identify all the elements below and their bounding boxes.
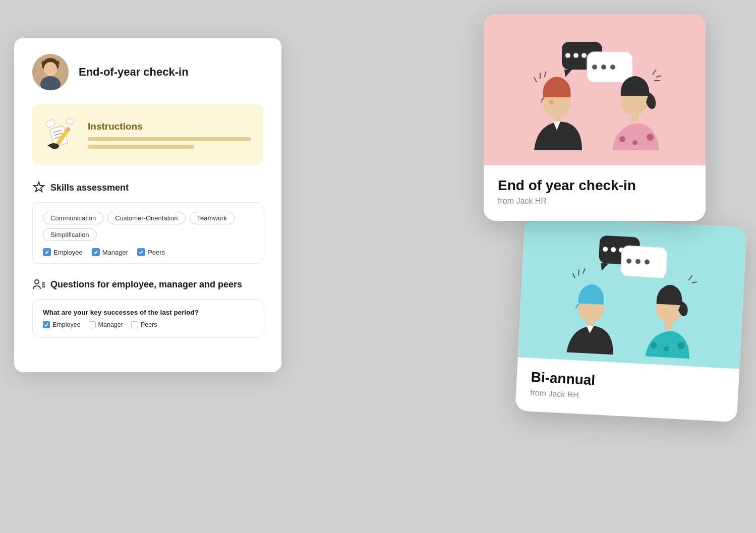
svg-point-23	[581, 53, 587, 58]
skills-box: Communication Customer-Orientation Teamw…	[32, 202, 263, 264]
questions-icon	[32, 278, 45, 291]
checkbox-employee-icon	[43, 248, 51, 256]
checkbox-manager-icon	[92, 248, 100, 256]
svg-point-27	[601, 65, 606, 70]
skills-header: Skills assessment	[32, 181, 263, 194]
left-panel: End-of-year check-in	[14, 38, 281, 372]
skill-tag-simplification: Simplification	[43, 228, 97, 241]
checkbox-employee[interactable]: Employee	[43, 248, 83, 256]
avatar	[32, 54, 69, 90]
q-checkbox-peers-icon	[131, 321, 138, 328]
q-checkbox-manager[interactable]: Manager	[89, 321, 123, 328]
instructions-line-2	[88, 145, 194, 149]
panel-header: End-of-year check-in	[32, 54, 263, 90]
card-biannual[interactable]: Bi-annual from Jack RH	[515, 216, 747, 422]
svg-point-21	[565, 53, 570, 58]
q-checkbox-manager-icon	[89, 321, 96, 328]
skills-icon	[32, 181, 45, 194]
instructions-content: Instructions	[88, 121, 251, 149]
skills-checkboxes: Employee Manager Peers	[43, 248, 253, 256]
card-end-of-year[interactable]: End of year check-in from Jack HR	[484, 14, 706, 221]
q-checkbox-peers[interactable]: Peers	[131, 321, 157, 328]
card-2-image	[518, 216, 747, 369]
card-1-image	[484, 14, 706, 165]
svg-rect-34	[631, 112, 638, 122]
svg-point-31	[549, 100, 554, 104]
svg-rect-19	[484, 14, 706, 165]
skills-title: Skills assessment	[50, 183, 129, 193]
svg-point-37	[647, 134, 654, 141]
questions-title: Questions for employee, manager and peer…	[50, 279, 242, 290]
checkbox-peers-label: Peers	[148, 249, 165, 256]
svg-point-15	[35, 280, 39, 284]
instructions-line-1	[88, 137, 251, 141]
q-checkbox-manager-label: Manager	[98, 321, 123, 328]
q-checkbox-peers-label: Peers	[141, 321, 157, 328]
q-checkbox-employee-label: Employee	[52, 321, 81, 328]
card-1-body: End of year check-in from Jack HR	[484, 165, 706, 221]
svg-rect-58	[665, 320, 672, 330]
skills-section: Skills assessment Communication Customer…	[32, 181, 263, 264]
skills-tags: Communication Customer-Orientation Teamw…	[43, 212, 253, 241]
svg-point-26	[592, 65, 597, 70]
checkbox-employee-label: Employee	[53, 249, 83, 256]
svg-rect-13	[66, 118, 74, 125]
svg-marker-14	[34, 182, 44, 192]
questions-section: Questions for employee, manager and peer…	[32, 278, 263, 338]
skill-tag-communication: Communication	[43, 212, 103, 224]
svg-point-36	[632, 140, 637, 145]
skill-tag-customer: Customer-Orientation	[107, 212, 185, 224]
svg-line-63	[578, 269, 579, 275]
checkbox-peers-icon	[137, 248, 145, 256]
questions-box: What are your key successes of the last …	[32, 299, 263, 338]
svg-point-2	[44, 62, 57, 76]
instructions-title: Instructions	[88, 121, 251, 132]
page-title: End-of-year check-in	[79, 66, 189, 79]
question-text: What are your key successes of the last …	[43, 309, 253, 316]
question-checkboxes: Employee Manager Peers	[43, 321, 253, 328]
skill-tag-teamwork: Teamwork	[190, 212, 235, 224]
checkbox-manager[interactable]: Manager	[92, 248, 128, 256]
svg-point-28	[610, 65, 615, 70]
questions-header: Questions for employee, manager and peer…	[32, 278, 263, 291]
card-1-title: End of year check-in	[498, 177, 691, 194]
svg-rect-12	[45, 120, 55, 128]
svg-point-35	[619, 136, 625, 142]
q-checkbox-employee-icon	[43, 321, 50, 328]
svg-point-22	[573, 53, 578, 58]
instructions-box: Instructions	[32, 104, 263, 165]
instructions-icon	[42, 116, 79, 153]
q-checkbox-employee[interactable]: Employee	[43, 321, 81, 328]
card-1-subtitle: from Jack HR	[498, 197, 691, 206]
checkbox-manager-label: Manager	[102, 249, 128, 256]
checkbox-peers[interactable]: Peers	[137, 248, 165, 256]
